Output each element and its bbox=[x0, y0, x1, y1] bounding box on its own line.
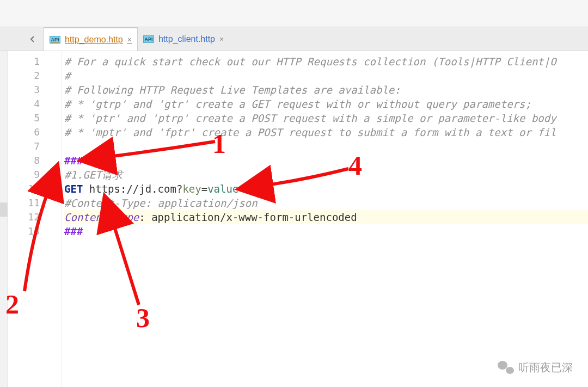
wechat-watermark: 听雨夜已深 bbox=[498, 360, 573, 375]
line-number: 1 bbox=[8, 54, 57, 69]
code-line[interactable]: ### bbox=[64, 153, 588, 168]
code-line[interactable]: GET https://jd.com?key=value bbox=[64, 182, 588, 196]
editor: 12345678910▶111213 # For a quick start c… bbox=[0, 51, 588, 387]
line-number: 10▶ bbox=[8, 182, 57, 196]
code-line[interactable]: # * 'gtrp' and 'gtr' create a GET reques… bbox=[64, 97, 588, 111]
close-icon[interactable]: × bbox=[219, 35, 224, 44]
code-line[interactable]: # * 'ptr' and 'ptrp' create a POST reque… bbox=[64, 111, 588, 125]
line-number: 12 bbox=[8, 210, 57, 224]
line-number: 3 bbox=[8, 83, 57, 97]
annotation-label-2: 2 bbox=[5, 288, 19, 320]
code-line[interactable]: Content-Type: application/x-www-form-url… bbox=[64, 210, 588, 224]
toolbar-area bbox=[0, 0, 588, 27]
code-line[interactable]: ### bbox=[64, 224, 588, 238]
code-line[interactable] bbox=[64, 139, 588, 153]
line-number: 9 bbox=[8, 168, 57, 182]
line-number: 2 bbox=[8, 69, 57, 83]
tabs-scroll-left[interactable] bbox=[22, 36, 44, 42]
tab-http-client[interactable]: API http_client.http × bbox=[138, 27, 229, 51]
tab-http-demo[interactable]: API http_demo.http × bbox=[44, 27, 138, 51]
changed-marker bbox=[0, 202, 8, 217]
line-number: 13 bbox=[8, 224, 57, 238]
annotation-label-1: 1 bbox=[212, 128, 226, 159]
code-line[interactable]: # Following HTTP Request Live Templates … bbox=[64, 83, 588, 97]
line-number: 4 bbox=[8, 97, 57, 111]
line-number: 8 bbox=[8, 153, 57, 168]
api-file-icon: API bbox=[50, 36, 60, 44]
close-icon[interactable]: × bbox=[127, 35, 132, 44]
code-line[interactable]: # bbox=[64, 69, 588, 83]
wechat-icon bbox=[498, 361, 514, 375]
editor-tabs: API http_demo.http × API http_client.htt… bbox=[0, 27, 588, 51]
line-number: 7 bbox=[8, 139, 57, 153]
code-line[interactable]: #Content-Type: application/json bbox=[64, 196, 588, 210]
code-line[interactable]: # * 'mptr' and 'fptr' create a POST requ… bbox=[64, 125, 588, 139]
code-line[interactable]: #1.GET请求 bbox=[64, 168, 588, 182]
wechat-text: 听雨夜已深 bbox=[518, 360, 573, 375]
tab-label: http_demo.http bbox=[65, 35, 123, 45]
line-number: 5 bbox=[8, 111, 57, 125]
line-number: 11 bbox=[8, 196, 57, 210]
annotation-label-4: 4 bbox=[348, 150, 362, 181]
line-number-gutter[interactable]: 12345678910▶111213 bbox=[8, 51, 62, 387]
editor-strip bbox=[0, 51, 8, 387]
tab-label: http_client.http bbox=[158, 34, 215, 44]
api-file-icon: API bbox=[143, 35, 154, 43]
editor-content[interactable]: # For a quick start check out our HTTP R… bbox=[62, 51, 588, 387]
code-line[interactable]: # For a quick start check out our HTTP R… bbox=[64, 54, 588, 69]
line-number: 6 bbox=[8, 125, 57, 139]
annotation-label-3: 3 bbox=[136, 302, 150, 334]
